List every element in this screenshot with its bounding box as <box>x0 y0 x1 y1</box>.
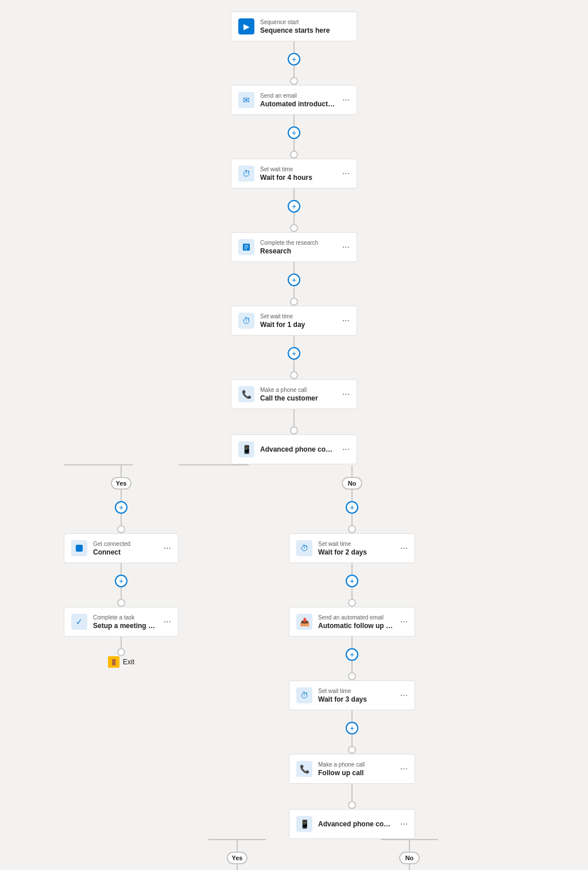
sequence-start-content: Sequence start Sequence starts here <box>260 19 350 34</box>
wait-3d-content: Set wait time Wait for 3 days <box>318 688 394 703</box>
yes-col: Yes + <box>64 465 179 668</box>
send-email-content: Send an email Automated introductory ema… <box>260 93 336 108</box>
wait-4h-label: Set wait time <box>260 166 336 172</box>
research-more[interactable]: ··· <box>342 242 350 252</box>
no2-branch: No + ⏱ <box>295 839 524 870</box>
followup-call-card: 📞 Make a phone call Follow up call ··· <box>289 754 415 784</box>
y2 <box>121 514 122 525</box>
flow-canvas: ▶ Sequence start Sequence starts here + … <box>0 0 588 870</box>
y-circle-2 <box>117 599 125 607</box>
connect-content: Get connected Connect <box>93 541 158 556</box>
call-customer-title: Call the customer <box>260 394 336 402</box>
y2-1 <box>237 864 238 870</box>
no-col: No + ⏱ Set wait time <box>180 465 524 870</box>
exit-1-label: Exit <box>123 658 134 666</box>
yes2-line <box>237 840 238 852</box>
yes-connector-3 <box>117 637 125 656</box>
add-btn-3[interactable]: + <box>288 200 300 213</box>
yes2-connector: + <box>231 864 243 870</box>
followup-call-more[interactable]: ··· <box>400 764 408 773</box>
call-customer-card: 📞 Make a phone call Call the customer ··… <box>231 379 357 409</box>
call-customer-more[interactable]: ··· <box>342 390 350 399</box>
followup-call-icon: 📞 <box>296 761 312 777</box>
line-8 <box>293 286 295 298</box>
wait-1d-icon: ⏱ <box>238 313 254 329</box>
research-label: Complete the research <box>260 240 336 246</box>
y5 <box>121 637 122 648</box>
add-btn-no-3[interactable]: + <box>346 648 358 661</box>
n-circle-4 <box>348 746 356 754</box>
sequence-start-label: Sequence start <box>260 19 350 25</box>
wait-2d-1-label: Set wait time <box>318 541 394 547</box>
svg-rect-1 <box>76 545 83 552</box>
wait-1d-more[interactable]: ··· <box>342 316 350 325</box>
add-btn-yes-1[interactable]: + <box>115 501 127 514</box>
adv-phone-2-content: Advanced phone condition <box>318 820 394 828</box>
no-branch-1: No + ⏱ Set wait time <box>180 464 524 870</box>
wait-4h-icon: ⏱ <box>238 165 254 182</box>
wait-2d-1-content: Set wait time Wait for 2 days <box>318 541 394 556</box>
no-connector-1: + <box>346 490 358 533</box>
line-3 <box>293 115 295 126</box>
setup-meeting-1-label: Complete a task <box>93 614 158 621</box>
circle-5 <box>290 371 298 379</box>
y4 <box>121 587 122 599</box>
setup-meeting-1-title: Setup a meeting and move to the next s..… <box>93 622 158 630</box>
setup-meeting-1-more[interactable]: ··· <box>164 617 171 626</box>
adv-phone-1-more[interactable]: ··· <box>342 445 350 454</box>
call-customer-content: Make a phone call Call the customer <box>260 387 336 402</box>
n-circle-5 <box>348 801 356 809</box>
add-btn-no-4[interactable]: + <box>346 722 358 734</box>
n5 <box>351 637 353 648</box>
wait-3d-more[interactable]: ··· <box>400 691 408 700</box>
adv-phone-2-title: Advanced phone condition <box>318 820 394 828</box>
circle-3 <box>290 224 298 232</box>
top-section: ▶ Sequence start Sequence starts here + … <box>231 11 357 464</box>
setup-meeting-1-icon: ✓ <box>71 614 87 630</box>
y-circle-1 <box>117 525 125 533</box>
research-icon <box>238 239 254 255</box>
line-2 <box>293 66 295 77</box>
add-btn-no-2[interactable]: + <box>346 575 358 587</box>
connector-4: + <box>288 262 300 306</box>
line-6 <box>293 213 295 224</box>
auto-followup-title: Automatic follow up email <box>318 622 394 630</box>
send-email-more[interactable]: ··· <box>342 95 350 105</box>
connect-title: Connect <box>93 548 158 556</box>
auto-followup-more[interactable]: ··· <box>400 617 408 626</box>
no2-line <box>409 840 410 852</box>
research-content: Complete the research Research <box>260 240 336 255</box>
send-email-title: Automated introductory email <box>260 100 336 108</box>
add-btn-1[interactable]: + <box>288 53 300 66</box>
line-11 <box>293 409 295 426</box>
yes-branch-1: Yes + <box>64 464 179 668</box>
wait-4h-more[interactable]: ··· <box>342 169 350 178</box>
n1 <box>351 490 353 501</box>
add-btn-yes-2[interactable]: + <box>115 575 127 587</box>
no-1-label: No <box>342 477 362 490</box>
add-btn-2[interactable]: + <box>288 126 300 139</box>
n9 <box>351 784 353 801</box>
connector-3: + <box>288 188 300 232</box>
connector-1: + <box>288 41 300 85</box>
connect-more[interactable]: ··· <box>164 544 171 553</box>
followup-call-label: Make a phone call <box>318 761 394 768</box>
wait-2d-1-icon: ⏱ <box>296 540 312 556</box>
yes-connector-1: + <box>115 490 127 533</box>
branch-1-row: Yes + <box>93 464 495 870</box>
no-connector-2: + <box>346 563 358 607</box>
add-btn-5[interactable]: + <box>288 347 300 360</box>
auto-followup-label: Send an automated email <box>318 614 394 621</box>
no-line-1 <box>351 465 353 477</box>
send-email-label: Send an email <box>260 93 336 99</box>
circle-2 <box>290 151 298 159</box>
wait-4h-card: ⏱ Set wait time Wait for 4 hours ··· <box>231 159 357 188</box>
add-btn-4[interactable]: + <box>288 274 300 286</box>
exit-1: 🚪 Exit <box>108 656 134 668</box>
adv-phone-2-more[interactable]: ··· <box>400 819 408 829</box>
wait-2d-1-more[interactable]: ··· <box>400 544 408 553</box>
y-circle-3 <box>117 648 125 656</box>
wait-2d-1-card: ⏱ Set wait time Wait for 2 days ··· <box>289 533 415 563</box>
followup-call-content: Make a phone call Follow up call <box>318 761 394 777</box>
add-btn-no-1[interactable]: + <box>346 501 358 514</box>
